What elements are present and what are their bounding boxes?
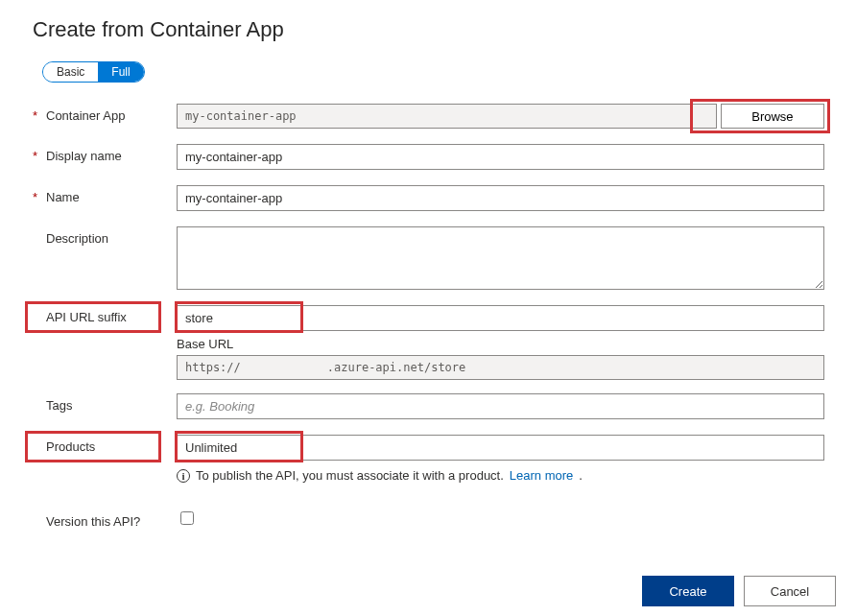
label-version-this-api: Version this API? [46, 514, 140, 529]
browse-button[interactable]: Browse [721, 104, 824, 129]
publish-note: To publish the API, you must associate i… [196, 468, 504, 483]
description-field[interactable] [177, 226, 824, 290]
row-description: Description [33, 226, 824, 290]
footer: Create Cancel [642, 576, 836, 606]
info-icon [177, 469, 190, 483]
base-url-host: .azure-api.net/store [327, 361, 466, 374]
label-tags: Tags [46, 398, 72, 413]
tags-field[interactable] [177, 393, 824, 419]
learn-more-link[interactable]: Learn more [510, 468, 573, 483]
label-base-url: Base URL [177, 337, 824, 351]
create-button[interactable]: Create [642, 576, 734, 606]
row-display-name: * Display name [33, 144, 824, 170]
cancel-button[interactable]: Cancel [744, 576, 836, 606]
row-name: * Name [33, 185, 824, 211]
label-container-app: Container App [46, 108, 125, 123]
label-description: Description [46, 231, 108, 246]
required-star: * [33, 108, 42, 123]
mode-full[interactable]: Full [98, 62, 143, 82]
mode-basic[interactable]: Basic [43, 62, 98, 82]
display-name-field[interactable] [177, 144, 824, 170]
base-url-scheme: https:// [185, 361, 241, 374]
row-container-app: * Container App Browse [33, 104, 824, 129]
version-this-api-checkbox[interactable] [180, 511, 194, 525]
products-field[interactable] [177, 435, 824, 461]
row-version-this-api: Version this API? [33, 509, 824, 529]
name-field[interactable] [177, 185, 824, 211]
required-star: * [33, 190, 42, 204]
label-name: Name [46, 190, 80, 204]
row-api-url-suffix: API URL suffix Base URL https://.azure-a… [33, 305, 824, 380]
label-display-name: Display name [46, 149, 122, 163]
base-url-field: https://.azure-api.net/store [177, 355, 824, 380]
label-products: Products [46, 439, 95, 454]
required-star: * [33, 149, 42, 163]
container-app-field [177, 104, 717, 129]
page-title: Create from Container App [33, 17, 824, 42]
api-url-suffix-field[interactable] [177, 305, 824, 331]
label-api-url-suffix: API URL suffix [46, 310, 127, 324]
mode-toggle[interactable]: Basic Full [42, 61, 145, 83]
row-products: Products To publish the API, you must as… [33, 435, 824, 483]
row-tags: Tags [33, 393, 824, 419]
